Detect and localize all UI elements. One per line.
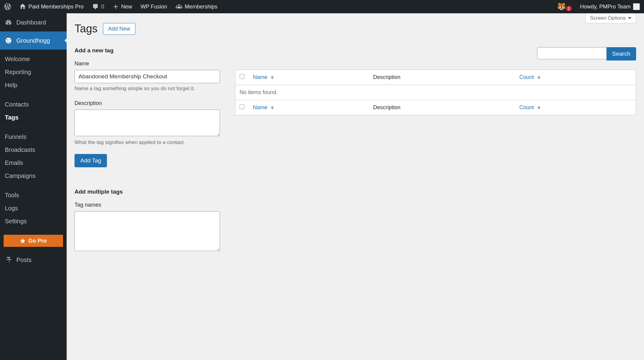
wordpress-icon — [4, 3, 11, 10]
home-icon — [19, 3, 26, 10]
svg-point-0 — [5, 38, 11, 43]
svg-point-2 — [9, 39, 10, 41]
wpfusion-link[interactable]: WP Fusion — [139, 0, 168, 13]
pin-icon — [5, 256, 12, 263]
tag-description-input[interactable] — [75, 110, 220, 136]
sidebar-sub-broadcasts[interactable]: Broadcasts — [0, 143, 67, 156]
sidebar-sub-campaigns[interactable]: Campaigns — [0, 169, 67, 182]
sidebar-sub-welcome[interactable]: Welcome — [0, 53, 67, 66]
svg-point-1 — [7, 39, 8, 41]
site-name: Paid Memberships Pro — [28, 4, 84, 10]
admin-sidebar: Dashboard Groundhogg Welcome Reporting H… — [0, 13, 67, 360]
tag-names-label: Tag names — [75, 202, 220, 208]
groundhogg-icon — [5, 37, 12, 44]
memberships-link[interactable]: Memberships — [174, 0, 219, 13]
sidebar-sub-tools[interactable]: Tools — [0, 189, 67, 202]
notif-badge: 1 — [566, 6, 572, 11]
sort-icon — [271, 106, 274, 110]
comments-link[interactable]: 0 — [91, 0, 105, 13]
groups-icon — [176, 3, 182, 10]
dashboard-icon — [5, 19, 12, 26]
sidebar-sub-emails[interactable]: Emails — [0, 156, 67, 169]
sort-icon — [537, 106, 540, 110]
sidebar-sub-contacts[interactable]: Contacts — [0, 98, 67, 111]
select-all-checkbox-bottom[interactable] — [240, 104, 244, 109]
sidebar-item-posts[interactable]: Posts — [0, 251, 67, 269]
page-title: Tags — [75, 22, 98, 35]
comment-icon — [92, 3, 99, 10]
main-content: Screen Options Tags Add New Add a new ta… — [67, 13, 644, 360]
comments-count: 0 — [101, 4, 104, 10]
table-empty-row: No items found. — [235, 85, 636, 100]
site-name-link[interactable]: Paid Memberships Pro — [18, 0, 85, 13]
search-input[interactable] — [537, 47, 607, 59]
notifications[interactable]: 🐯 1 — [556, 0, 573, 13]
screen-options-toggle[interactable]: Screen Options — [586, 13, 636, 23]
sort-icon — [271, 76, 274, 79]
new-label: New — [121, 4, 132, 10]
col-count-footer[interactable]: Count — [515, 100, 636, 115]
my-account-link[interactable]: Howdy, PMPro Team — [579, 0, 641, 13]
add-tag-heading: Add a new tag — [75, 47, 220, 54]
sidebar-sub-settings[interactable]: Settings — [0, 215, 67, 228]
sidebar-sub-logs[interactable]: Logs — [0, 202, 67, 215]
sidebar-sub-reporting[interactable]: Reporting — [0, 66, 67, 79]
tag-names-input[interactable] — [75, 211, 220, 251]
go-pro-button[interactable]: Go Pro — [4, 235, 63, 247]
star-icon — [20, 238, 25, 244]
sidebar-item-groundhogg[interactable]: Groundhogg — [0, 31, 67, 50]
col-name-footer[interactable]: Name — [249, 100, 369, 115]
col-count-header[interactable]: Count — [515, 70, 636, 85]
search-button[interactable]: Search — [606, 47, 636, 61]
description-label: Description — [75, 100, 220, 106]
wp-logo[interactable] — [3, 0, 12, 13]
col-desc-header: Description — [369, 70, 515, 85]
select-all-checkbox[interactable] — [240, 74, 244, 79]
add-multiple-heading: Add multiple tags — [75, 188, 220, 195]
sidebar-sub-help[interactable]: Help — [0, 79, 67, 92]
sidebar-item-dashboard[interactable]: Dashboard — [0, 13, 67, 31]
col-name-header[interactable]: Name — [249, 70, 369, 85]
sidebar-sub-tags[interactable]: Tags — [0, 111, 67, 124]
sidebar-sub-funnels[interactable]: Funnels — [0, 130, 67, 143]
admin-bar: Paid Memberships Pro 0 New WP Fusion Mem… — [0, 0, 644, 13]
caret-down-icon — [628, 16, 632, 20]
new-content-link[interactable]: New — [111, 0, 133, 13]
avatar — [633, 3, 640, 10]
add-tag-button[interactable]: Add Tag — [75, 154, 107, 167]
col-desc-footer: Description — [369, 100, 515, 115]
description-help: What the tag signifies when applied to a… — [75, 139, 220, 146]
add-new-button[interactable]: Add New — [103, 23, 135, 35]
tag-name-input[interactable] — [75, 70, 220, 83]
name-help: Name a tag something simple so you do no… — [75, 86, 220, 92]
plus-icon — [113, 4, 119, 10]
name-label: Name — [75, 61, 220, 67]
sort-icon — [537, 76, 540, 79]
tags-table: Name Description Count — [235, 70, 636, 115]
